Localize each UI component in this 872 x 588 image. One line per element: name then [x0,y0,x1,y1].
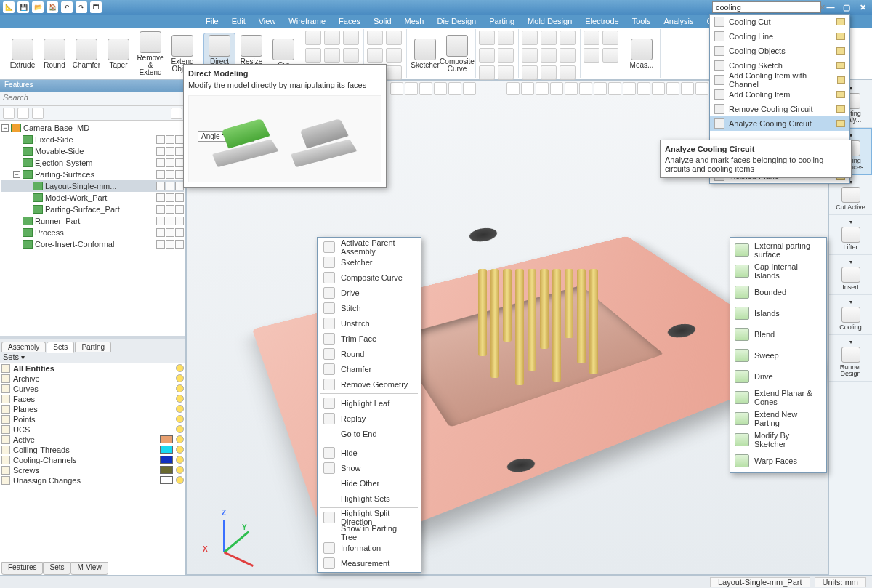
context-activate-parent-assembly[interactable]: Activate Parent Assembly [318,239,421,254]
context-show-in-parting-tree[interactable]: Show in Parting Tree [318,525,421,540]
context-hide[interactable]: Hide [318,445,421,460]
sets-list[interactable]: All EntitiesArchiveCurvesFacesPlanesPoin… [0,363,185,576]
context-highlight-split-direction[interactable]: Highlight Split Direction [318,510,421,525]
set-row[interactable]: Curves [0,384,185,394]
menu-tools[interactable]: Tools [626,17,657,25]
parting-surfaces-flyout[interactable]: External parting surfaceCap Internal Isl… [730,237,827,473]
set-row[interactable]: Active [0,435,185,445]
search-result-item[interactable]: Add Cooling Item [710,87,849,102]
tree-node[interactable]: Runner_Part [1,215,184,227]
menu-solid[interactable]: Solid [368,17,397,25]
tree-node[interactable]: Fixed-Side [1,134,184,145]
context-remove-geometry[interactable]: Remove Geometry [318,376,421,392]
tree-node[interactable]: Layout-Single-mm... [1,180,184,192]
context-trim-face[interactable]: Trim Face [318,331,421,346]
flyout-blend[interactable]: Blend [730,323,826,345]
tab-assembly[interactable]: Assembly [1,342,46,352]
flyout-bounded[interactable]: Bounded [730,281,826,302]
tree-node[interactable]: Process [1,227,184,238]
flyout-drive[interactable]: Drive [730,366,826,387]
right-panel-lifter[interactable]: ▾Lifter [829,215,872,255]
context-composite-curve[interactable]: Composite Curve [318,270,421,285]
menu-die-design[interactable]: Die Design [431,17,482,25]
context-round[interactable]: Round [318,346,421,361]
set-row[interactable]: UCS [0,424,185,435]
ribbon-extrude[interactable]: Extrude [7,37,39,71]
right-panel-cooling[interactable]: ▾Cooling [829,295,872,335]
ribbon-round[interactable]: Round [39,37,70,71]
qat-window-icon[interactable]: 🗔 [90,1,102,13]
context-measurement[interactable]: Measurement [318,555,421,571]
tree-node[interactable]: −Parting-Surfaces [1,169,184,180]
ribbon-chamfer[interactable]: Chamfer [70,37,102,71]
flyout-sweep[interactable]: Sweep [730,345,826,366]
minimize-button[interactable]: — [824,1,837,13]
search-result-item[interactable]: Add Cooling Item with Channel [710,73,849,87]
menu-mold-design[interactable]: Mold Design [522,17,578,25]
tree-node[interactable]: Movable-Side [1,145,184,157]
context-show[interactable]: Show [318,460,421,475]
set-row[interactable]: Unassign Changes [0,475,185,486]
set-row[interactable]: Archive [0,374,185,384]
tree-tool-icon[interactable] [3,108,15,119]
set-row[interactable]: Planes [0,404,185,414]
set-row[interactable]: Faces [0,394,185,404]
maximize-button[interactable]: ▢ [840,1,853,13]
tree-node[interactable]: Model-Work_Part [1,192,184,204]
search-result-item[interactable]: Cooling Objects [710,44,849,58]
flyout-modify-by-sketcher[interactable]: Modify By Sketcher [730,429,826,450]
qat-undo-icon[interactable]: ↶ [61,1,73,13]
menu-faces[interactable]: Faces [333,17,366,25]
ribbon-sketcher[interactable]: Sketcher [409,37,441,71]
flyout-islands[interactable]: Islands [730,302,826,323]
set-row[interactable]: Points [0,414,185,424]
context-chamfer[interactable]: Chamfer [318,361,421,376]
right-panel-runner-design[interactable]: ▾RunnerDesign [829,335,872,382]
menu-analysis[interactable]: Analysis [658,17,699,25]
flyout-warp-faces[interactable]: Warp Faces [730,450,826,471]
context-information[interactable]: Information [318,540,421,555]
tree-node[interactable]: Ejection-System [1,157,184,169]
menu-parting[interactable]: Parting [483,17,520,25]
context-sketcher[interactable]: Sketcher [318,254,421,270]
flyout-external-parting-surface[interactable]: External parting surface [730,239,826,260]
menu-wireframe[interactable]: Wireframe [283,17,331,25]
ribbon-meas-[interactable]: Meas... [626,37,658,71]
tree-node[interactable]: Parting-Surface_Part [1,204,184,215]
feature-tree[interactable]: −Camera-Base_MDFixed-SideMovable-SideEje… [0,121,185,336]
context-highlight-leaf[interactable]: Highlight Leaf [318,395,421,411]
menu-electrode[interactable]: Electrode [579,17,624,25]
flyout-extend-new-parting[interactable]: Extend New Parting [730,408,826,429]
bottom-tab-features[interactable]: Features [1,562,43,575]
search-result-item[interactable]: Analyze Cooling Circuit [710,116,849,131]
command-search-box[interactable]: ✕ [712,1,821,13]
search-result-item[interactable]: Cooling Cut [710,15,849,29]
menu-view[interactable]: View [253,17,282,25]
tab-parting[interactable]: Parting [75,342,111,352]
set-row[interactable]: Cooling-Channels [0,455,185,465]
qat-home-icon[interactable]: 🏠 [47,1,58,13]
set-row[interactable]: Colling-Threads [0,445,185,455]
search-result-item[interactable]: Remove Cooling Circuit [710,102,849,116]
tree-node[interactable]: Core-Insert-Conformal [1,238,184,250]
ribbon-small-icon[interactable] [305,31,321,45]
menu-mesh[interactable]: Mesh [399,17,430,25]
qat-open-icon[interactable]: 📂 [32,1,44,13]
ribbon-taper[interactable]: Taper [102,37,134,71]
menu-file[interactable]: File [200,17,225,25]
flyout-cap-internal-islands[interactable]: Cap Internal Islands [730,260,826,281]
context-replay[interactable]: Replay [318,411,421,426]
command-search-input[interactable] [716,3,816,12]
ribbon-composite-curve[interactable]: CompositeCurve [441,33,473,74]
flyout-extend-planar-cones[interactable]: Extend Planar & Cones [730,387,826,408]
right-panel-insert[interactable]: ▾Insert [829,255,872,295]
tab-sets[interactable]: Sets [47,342,74,353]
menu-edit[interactable]: Edit [226,17,251,25]
bottom-tab-m-view[interactable]: M-View [70,562,108,575]
search-result-item[interactable]: Cooling Line [710,29,849,44]
feature-search-input[interactable] [3,93,182,102]
qat-redo-icon[interactable]: ↷ [76,1,87,13]
search-result-item[interactable]: Cooling Sketch [710,58,849,73]
bottom-tab-sets[interactable]: Sets [43,562,70,575]
set-row[interactable]: Screws [0,465,185,475]
